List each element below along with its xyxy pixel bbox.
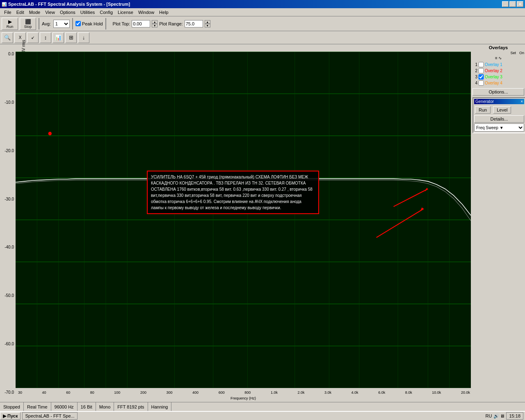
menu-options[interactable]: Options bbox=[57, 9, 78, 16]
menu-mode[interactable]: Mode bbox=[27, 9, 43, 16]
plot-range-down[interactable]: ▼ bbox=[205, 24, 210, 27]
plot-top-label: Plot Top: bbox=[113, 21, 130, 26]
overlays-title: Overlays bbox=[472, 45, 524, 50]
peak-hold-group: Peak Hold bbox=[75, 21, 103, 26]
generator-run-button[interactable]: Run bbox=[475, 106, 491, 114]
plot-range-up[interactable]: ▲ bbox=[205, 20, 210, 24]
overlay-3-label: Overlay 3 bbox=[485, 75, 509, 79]
start-button[interactable]: ▶ Пуск bbox=[0, 412, 21, 420]
options-button[interactable]: Options... bbox=[472, 88, 524, 96]
y-label-7: -70.0 bbox=[0, 390, 14, 395]
plot-top-up[interactable]: ▲ bbox=[152, 20, 158, 24]
generator-title: Generator bbox=[475, 99, 494, 104]
marker-button[interactable]: ↓ bbox=[78, 32, 89, 43]
tray-icons: 🔊 🖥 bbox=[493, 413, 504, 419]
overlay-row-4: 4 Overlay 4 bbox=[472, 80, 524, 86]
y-axis: 0.0 -10.0 -20.0 -30.0 -40.0 -50.0 -60.0 … bbox=[0, 44, 15, 402]
overlay-controls: ≡ ∿ bbox=[472, 56, 524, 60]
menu-utilities[interactable]: Utilities bbox=[78, 9, 97, 16]
minimize-button[interactable]: _ bbox=[502, 1, 509, 7]
menu-file[interactable]: File bbox=[2, 9, 14, 16]
grid-button[interactable]: ⊞ bbox=[65, 32, 77, 43]
generator-level-button[interactable]: Level bbox=[493, 106, 511, 114]
menu-help[interactable]: Help bbox=[157, 9, 171, 16]
avg-label: Avg: bbox=[42, 21, 51, 26]
stop-icon: ⬛ bbox=[25, 19, 31, 25]
menu-view[interactable]: View bbox=[43, 9, 57, 16]
status-bitdepth: 16 Bit bbox=[78, 402, 96, 411]
chart-container[interactable]: Overall Level = 1.14 dBV rms Left Channe… bbox=[16, 52, 471, 388]
status-fftsize: FFT 8192 pts bbox=[114, 402, 148, 411]
zoom-x-icon: X bbox=[19, 35, 22, 40]
menu-license[interactable]: License bbox=[115, 9, 136, 16]
overlay-2-label: Overlay 2 bbox=[485, 68, 509, 73]
y-label-1: -10.0 bbox=[0, 100, 14, 105]
overlay-row-2: 2 Overlay 2 bbox=[472, 68, 524, 73]
generator-panel: Generator × Run Level Details... Freq Sw… bbox=[472, 97, 525, 133]
menu-window[interactable]: Window bbox=[136, 9, 157, 16]
stop-button[interactable]: ⬛ Stop bbox=[20, 18, 36, 30]
run-button[interactable]: ▶ Run bbox=[2, 18, 18, 30]
overlay-set-icon[interactable]: ≡ bbox=[495, 56, 498, 60]
toolbar-secondary: 🔍 X ↙ ↕ 📊 ⊞ ↓ bbox=[0, 31, 525, 44]
x-label-80: 80 bbox=[90, 390, 94, 395]
close-button[interactable]: × bbox=[517, 1, 523, 7]
app-icon: 📊 bbox=[2, 2, 7, 7]
maximize-button[interactable]: □ bbox=[509, 1, 516, 7]
overlay-row-3: 3 Overlay 3 bbox=[472, 74, 524, 80]
y-label-2: -20.0 bbox=[0, 148, 14, 153]
y-label-4: -40.0 bbox=[0, 245, 14, 249]
overlay-1-label: Overlay 1 bbox=[485, 62, 509, 67]
zoom-in-icon: 🔍 bbox=[4, 34, 11, 41]
x-label-3k: 3.0k bbox=[324, 390, 331, 395]
status-window: Hanning bbox=[148, 402, 172, 411]
overlay-wave-icon[interactable]: ∿ bbox=[498, 56, 502, 60]
generator-run-row: Run Level bbox=[474, 105, 524, 114]
title-bar-buttons: _ □ × bbox=[502, 1, 523, 7]
overlay-3-checkbox[interactable] bbox=[478, 74, 484, 80]
zoom-out-icon: ↙ bbox=[31, 35, 34, 40]
taskbar: ▶ Пуск SpectraLAB - FFT Spe... RU 🔊 🖥 15… bbox=[0, 411, 525, 420]
bar-button[interactable]: 📊 bbox=[52, 32, 64, 43]
status-realtime: Real Time bbox=[24, 402, 51, 411]
x-label-6k: 6.0k bbox=[378, 390, 385, 395]
toolbar-main: ▶ Run ⬛ Stop Avg: 1248 Peak Hold Plot To… bbox=[0, 16, 525, 31]
plot-top-input[interactable] bbox=[132, 20, 150, 27]
x-label-1k: 1.0k bbox=[271, 390, 278, 395]
grid-icon: ⊞ bbox=[69, 34, 73, 41]
plot-range-input[interactable] bbox=[185, 20, 203, 27]
generator-close-button[interactable]: × bbox=[520, 99, 523, 104]
overlay-header: Set On bbox=[472, 51, 524, 55]
overlay-1-checkbox[interactable] bbox=[478, 62, 484, 67]
taskbar-item-spectralab[interactable]: SpectraLAB - FFT Spe... bbox=[22, 412, 77, 420]
main-area: 0.0 -10.0 -20.0 -30.0 -40.0 -50.0 -60.0 … bbox=[0, 44, 525, 402]
x-axis: 30 40 60 80 100 200 300 400 600 800 1.0k… bbox=[15, 389, 472, 396]
overlay-4-checkbox[interactable] bbox=[478, 80, 484, 86]
plot-top-down[interactable]: ▼ bbox=[152, 24, 158, 27]
toolbar-separator-1 bbox=[39, 18, 39, 30]
generator-details-button[interactable]: Details... bbox=[474, 115, 524, 123]
annotation-box: УСИЛИТЕЛЬ НА 6SQ7 + 45й триод (прямонака… bbox=[147, 171, 319, 214]
peak-hold-label: Peak Hold bbox=[82, 21, 103, 26]
status-stopped: Stopped bbox=[0, 402, 24, 411]
x-label-400: 400 bbox=[192, 390, 199, 395]
menu-edit[interactable]: Edit bbox=[14, 9, 27, 16]
x-label-600: 600 bbox=[219, 390, 225, 395]
zoom-in-button[interactable]: 🔍 bbox=[2, 32, 13, 43]
status-bar: Stopped Real Time 96000 Hz 16 Bit Mono F… bbox=[0, 402, 525, 411]
cursor-button[interactable]: ↕ bbox=[40, 32, 51, 43]
zoom-out-button[interactable]: ↙ bbox=[27, 32, 39, 43]
peak-hold-checkbox[interactable] bbox=[75, 21, 81, 26]
tray-icon-1: 🔊 bbox=[493, 413, 499, 419]
avg-select[interactable]: 1248 bbox=[53, 20, 70, 28]
x-label-800: 800 bbox=[244, 390, 251, 395]
x-axis-label: Frequency (Hz) bbox=[15, 396, 472, 402]
generator-mode-select[interactable]: Freq Sweep ▼ Sine White Noise bbox=[474, 123, 524, 132]
spectrum-chart bbox=[16, 52, 471, 388]
overlay-4-label: Overlay 4 bbox=[485, 81, 509, 85]
overlay-2-checkbox[interactable] bbox=[478, 68, 484, 73]
menu-bar: File Edit Mode View Options Utilities Co… bbox=[0, 8, 525, 16]
annotation-text: УСИЛИТЕЛЬ НА 6SQ7 + 45й триод (прямонака… bbox=[151, 175, 313, 210]
menu-config[interactable]: Config bbox=[97, 9, 115, 16]
cursor-icon: ↕ bbox=[44, 34, 47, 41]
